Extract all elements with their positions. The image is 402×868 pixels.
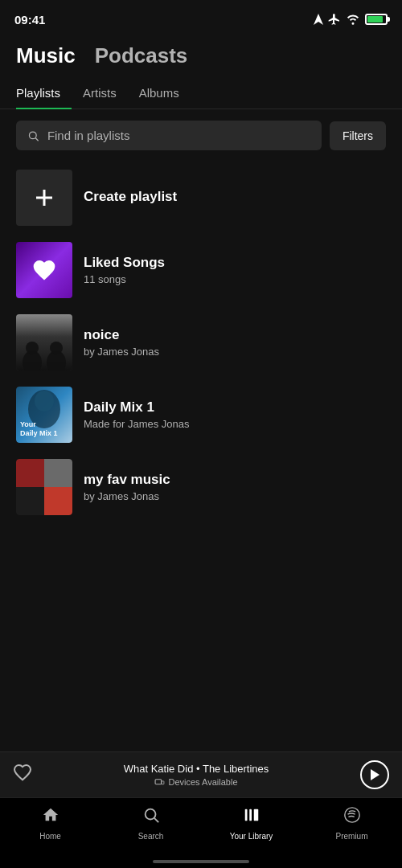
- svg-point-0: [29, 132, 36, 139]
- plus-icon: [31, 185, 57, 211]
- bottom-nav: Home Search Your Library: [0, 797, 402, 868]
- heart-icon: [31, 257, 57, 283]
- svg-rect-16: [249, 809, 252, 821]
- search-bar-row: Filters: [0, 109, 402, 162]
- fav-cell-3: [16, 487, 44, 515]
- svg-line-1: [35, 137, 38, 140]
- noice-thumb: [16, 314, 72, 371]
- create-playlist-thumb: [16, 170, 72, 226]
- header-tabs: Music Podcasts: [16, 43, 386, 72]
- noice-info: noice by James Jonas: [84, 327, 386, 358]
- svg-rect-10: [156, 780, 162, 784]
- liked-songs-item[interactable]: Liked Songs 11 songs: [0, 234, 402, 306]
- status-icons: [314, 13, 388, 26]
- np-heart-button[interactable]: [13, 763, 32, 787]
- location-icon: [314, 14, 323, 25]
- home-icon: [42, 806, 59, 829]
- status-time: 09:41: [14, 13, 45, 27]
- favmusic-thumb: [16, 459, 72, 515]
- liked-songs-info: Liked Songs 11 songs: [84, 255, 386, 285]
- create-playlist-name: Create playlist: [84, 189, 386, 205]
- search-icon: [27, 129, 39, 142]
- fav-cell-4: [44, 487, 72, 515]
- sub-tabs: Playlists Artists Albums: [0, 78, 402, 109]
- nav-premium-label: Premium: [335, 832, 367, 841]
- subtab-playlists[interactable]: Playlists: [16, 78, 72, 109]
- now-playing-bar[interactable]: What Katie Did • The Libertines Devices …: [0, 751, 402, 797]
- favmusic-info: my fav music by James Jonas: [84, 472, 386, 502]
- spotify-icon: [343, 806, 361, 829]
- svg-rect-15: [244, 809, 247, 821]
- tab-music[interactable]: Music: [16, 43, 76, 72]
- np-device-label: Devices Available: [168, 777, 237, 787]
- svg-point-13: [145, 809, 155, 820]
- search-input[interactable]: [47, 129, 310, 142]
- header: Music Podcasts: [0, 35, 402, 72]
- favmusic-art: [16, 459, 72, 515]
- play-icon: [369, 768, 380, 781]
- svg-line-14: [154, 818, 158, 822]
- battery-icon: [365, 14, 388, 25]
- np-play-button[interactable]: [360, 760, 389, 789]
- svg-marker-12: [371, 769, 379, 780]
- playlist-list: Create playlist Liked Songs 11 songs: [0, 162, 402, 523]
- favmusic-name: my fav music: [84, 472, 386, 488]
- liked-songs-name: Liked Songs: [84, 255, 386, 271]
- nav-search[interactable]: Search: [100, 806, 201, 841]
- airplane-icon: [328, 13, 341, 26]
- wifi-icon: [346, 14, 360, 25]
- noice-item[interactable]: noice by James Jonas: [0, 306, 402, 379]
- nav-premium[interactable]: Premium: [302, 806, 402, 841]
- dailymix-item[interactable]: YourDaily Mix 1 Daily Mix 1 Made for Jam…: [0, 379, 402, 451]
- svg-point-7: [50, 342, 63, 354]
- status-bar: 09:41: [0, 0, 402, 35]
- svg-point-5: [26, 342, 39, 354]
- nav-home-label: Home: [39, 832, 61, 841]
- subtab-albums[interactable]: Albums: [128, 78, 191, 109]
- search-nav-icon: [142, 806, 160, 829]
- library-icon: [243, 806, 260, 829]
- devices-icon: [154, 776, 165, 787]
- search-input-wrap[interactable]: [16, 121, 322, 150]
- heart-outline-icon: [13, 763, 32, 782]
- tab-podcasts[interactable]: Podcasts: [95, 43, 188, 72]
- fav-cell-1: [16, 459, 44, 487]
- dailymix-thumb: YourDaily Mix 1: [16, 387, 72, 443]
- noice-silhouette: [16, 330, 72, 371]
- svg-rect-17: [253, 809, 258, 821]
- nav-search-label: Search: [138, 832, 164, 841]
- favmusic-item[interactable]: my fav music by James Jonas: [0, 451, 402, 523]
- np-info: What Katie Did • The Libertines Devices …: [40, 763, 352, 787]
- dailymix-name: Daily Mix 1: [84, 399, 386, 416]
- dailymix-sub: Made for James Jonas: [84, 418, 386, 430]
- create-playlist-info: Create playlist: [84, 189, 386, 207]
- favmusic-sub: by James Jonas: [84, 490, 386, 502]
- home-indicator: [153, 860, 249, 863]
- dailymix-info: Daily Mix 1 Made for James Jonas: [84, 399, 386, 430]
- noice-name: noice: [84, 327, 386, 343]
- subtab-artists[interactable]: Artists: [72, 78, 128, 109]
- liked-songs-thumb: [16, 242, 72, 298]
- filters-button[interactable]: Filters: [330, 121, 386, 150]
- np-device: Devices Available: [40, 776, 352, 787]
- nav-home[interactable]: Home: [0, 806, 100, 841]
- dailymix-label: YourDaily Mix 1: [20, 420, 58, 439]
- fav-cell-2: [44, 459, 72, 487]
- nav-library-label: Your Library: [230, 832, 273, 841]
- noice-sub: by James Jonas: [84, 346, 386, 358]
- nav-library[interactable]: Your Library: [201, 806, 302, 841]
- create-playlist-item[interactable]: Create playlist: [0, 162, 402, 234]
- liked-songs-count: 11 songs: [84, 273, 386, 285]
- svg-point-18: [344, 808, 359, 822]
- svg-point-9: [35, 391, 54, 411]
- np-track: What Katie Did • The Libertines: [40, 763, 352, 775]
